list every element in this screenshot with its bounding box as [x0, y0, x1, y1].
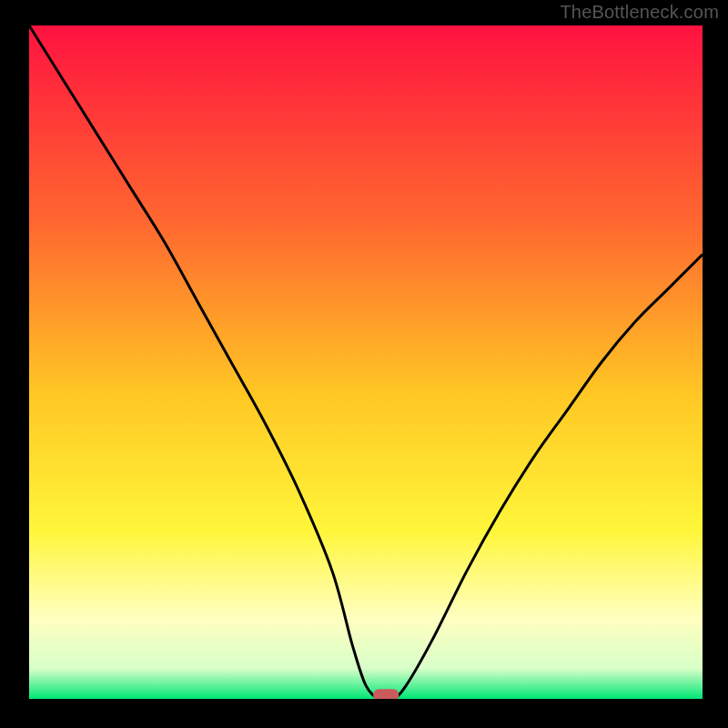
- bottleneck-chart: [29, 25, 703, 699]
- plot-area: [29, 25, 703, 699]
- chart-frame: TheBottleneck.com: [0, 0, 728, 728]
- optimal-marker: [373, 689, 399, 699]
- watermark-text: TheBottleneck.com: [560, 2, 719, 23]
